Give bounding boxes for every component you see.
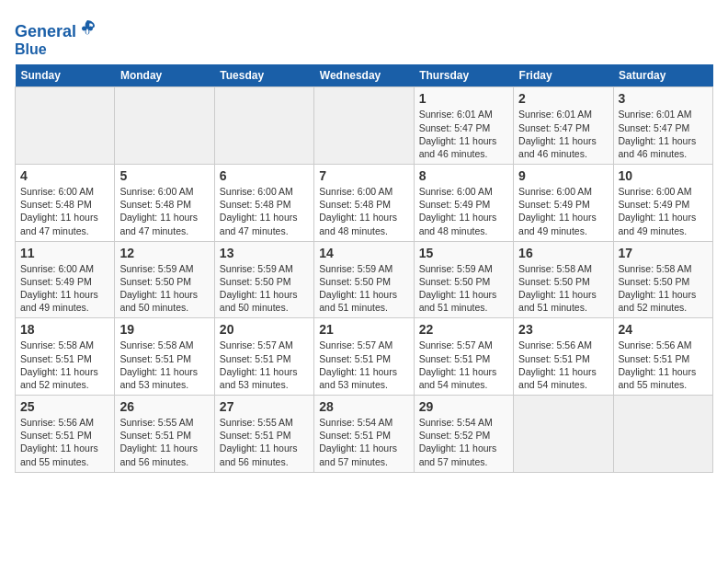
day-header-saturday: Saturday [613, 64, 712, 87]
calendar-cell: 28Sunrise: 5:54 AM Sunset: 5:51 PM Dayli… [314, 396, 414, 473]
calendar-cell: 27Sunrise: 5:55 AM Sunset: 5:51 PM Dayli… [214, 396, 313, 473]
day-info: Sunrise: 5:58 AM Sunset: 5:50 PM Dayligh… [619, 262, 708, 315]
day-number: 22 [419, 322, 508, 337]
calendar-cell: 9Sunrise: 6:00 AM Sunset: 5:49 PM Daylig… [514, 165, 613, 242]
day-info: Sunrise: 6:00 AM Sunset: 5:49 PM Dayligh… [619, 185, 708, 237]
day-info: Sunrise: 5:58 AM Sunset: 5:51 PM Dayligh… [20, 339, 109, 391]
day-number: 23 [518, 322, 608, 337]
calendar-cell [16, 87, 115, 165]
day-number: 28 [319, 399, 408, 414]
day-number: 24 [619, 322, 708, 337]
calendar-cell: 5Sunrise: 6:00 AM Sunset: 5:48 PM Daylig… [115, 165, 214, 242]
day-number: 20 [220, 322, 309, 337]
calendar-cell: 20Sunrise: 5:57 AM Sunset: 5:51 PM Dayli… [214, 318, 313, 396]
day-info: Sunrise: 5:55 AM Sunset: 5:51 PM Dayligh… [119, 416, 209, 468]
day-info: Sunrise: 5:57 AM Sunset: 5:51 PM Dayligh… [419, 339, 508, 391]
calendar-cell [115, 87, 214, 165]
calendar-week-2: 4Sunrise: 6:00 AM Sunset: 5:48 PM Daylig… [16, 165, 713, 242]
day-number: 18 [20, 322, 109, 337]
day-info: Sunrise: 5:59 AM Sunset: 5:50 PM Dayligh… [419, 262, 508, 315]
calendar-cell: 17Sunrise: 5:58 AM Sunset: 5:50 PM Dayli… [613, 241, 712, 318]
day-info: Sunrise: 6:01 AM Sunset: 5:47 PM Dayligh… [419, 108, 508, 160]
logo-general: General [15, 22, 76, 40]
calendar-cell [214, 87, 313, 165]
day-number: 13 [220, 246, 309, 260]
calendar-cell [613, 396, 712, 473]
day-info: Sunrise: 6:00 AM Sunset: 5:48 PM Dayligh… [20, 185, 109, 237]
calendar-cell: 8Sunrise: 6:00 AM Sunset: 5:49 PM Daylig… [414, 165, 513, 242]
day-info: Sunrise: 5:58 AM Sunset: 5:51 PM Dayligh… [119, 339, 209, 391]
calendar-cell: 13Sunrise: 5:59 AM Sunset: 5:50 PM Dayli… [214, 241, 313, 318]
calendar-cell: 3Sunrise: 6:01 AM Sunset: 5:47 PM Daylig… [613, 87, 712, 165]
day-number: 5 [119, 168, 209, 183]
day-info: Sunrise: 5:56 AM Sunset: 5:51 PM Dayligh… [518, 339, 608, 391]
day-number: 17 [619, 246, 708, 260]
calendar-cell: 23Sunrise: 5:56 AM Sunset: 5:51 PM Dayli… [514, 318, 613, 396]
calendar-cell: 22Sunrise: 5:57 AM Sunset: 5:51 PM Dayli… [414, 318, 513, 396]
day-number: 3 [619, 91, 708, 106]
day-info: Sunrise: 6:00 AM Sunset: 5:48 PM Dayligh… [119, 185, 209, 237]
calendar-header-row: SundayMondayTuesdayWednesdayThursdayFrid… [16, 64, 713, 87]
day-info: Sunrise: 5:57 AM Sunset: 5:51 PM Dayligh… [319, 339, 408, 391]
day-header-wednesday: Wednesday [314, 64, 414, 87]
calendar-week-5: 25Sunrise: 5:56 AM Sunset: 5:51 PM Dayli… [16, 396, 713, 473]
day-number: 4 [20, 168, 109, 183]
calendar-week-3: 11Sunrise: 6:00 AM Sunset: 5:49 PM Dayli… [16, 241, 713, 318]
day-number: 6 [220, 168, 309, 183]
day-info: Sunrise: 5:56 AM Sunset: 5:51 PM Dayligh… [20, 416, 109, 468]
day-number: 9 [518, 168, 608, 183]
day-info: Sunrise: 5:59 AM Sunset: 5:50 PM Dayligh… [319, 262, 408, 315]
day-number: 25 [20, 399, 109, 414]
calendar-cell: 24Sunrise: 5:56 AM Sunset: 5:51 PM Dayli… [613, 318, 712, 396]
calendar-cell [314, 87, 414, 165]
day-number: 19 [119, 322, 209, 337]
calendar-cell: 12Sunrise: 5:59 AM Sunset: 5:50 PM Dayli… [115, 241, 214, 318]
day-info: Sunrise: 5:55 AM Sunset: 5:51 PM Dayligh… [220, 416, 309, 468]
calendar-cell: 1Sunrise: 6:01 AM Sunset: 5:47 PM Daylig… [414, 87, 513, 165]
calendar-cell [514, 396, 613, 473]
day-number: 1 [419, 91, 508, 106]
day-number: 14 [319, 246, 408, 260]
calendar-cell: 10Sunrise: 6:00 AM Sunset: 5:49 PM Dayli… [613, 165, 712, 242]
day-info: Sunrise: 5:59 AM Sunset: 5:50 PM Dayligh… [119, 262, 209, 315]
calendar-cell: 26Sunrise: 5:55 AM Sunset: 5:51 PM Dayli… [115, 396, 214, 473]
day-info: Sunrise: 6:01 AM Sunset: 5:47 PM Dayligh… [619, 108, 708, 160]
day-header-friday: Friday [514, 64, 613, 87]
day-number: 2 [518, 91, 608, 106]
day-header-thursday: Thursday [414, 64, 513, 87]
calendar-cell: 15Sunrise: 5:59 AM Sunset: 5:50 PM Dayli… [414, 241, 513, 318]
day-header-sunday: Sunday [16, 64, 115, 87]
logo: General Blue [15, 18, 97, 57]
day-number: 21 [319, 322, 408, 337]
day-number: 16 [518, 246, 608, 260]
day-info: Sunrise: 5:54 AM Sunset: 5:51 PM Dayligh… [319, 416, 408, 468]
day-number: 27 [220, 399, 309, 414]
calendar-week-4: 18Sunrise: 5:58 AM Sunset: 5:51 PM Dayli… [16, 318, 713, 396]
day-number: 8 [419, 168, 508, 183]
calendar-week-1: 1Sunrise: 6:01 AM Sunset: 5:47 PM Daylig… [16, 87, 713, 165]
calendar-cell: 4Sunrise: 6:00 AM Sunset: 5:48 PM Daylig… [16, 165, 115, 242]
day-info: Sunrise: 5:56 AM Sunset: 5:51 PM Dayligh… [619, 339, 708, 391]
calendar-cell: 11Sunrise: 6:00 AM Sunset: 5:49 PM Dayli… [16, 241, 115, 318]
day-info: Sunrise: 6:00 AM Sunset: 5:48 PM Dayligh… [220, 185, 309, 237]
calendar-cell: 21Sunrise: 5:57 AM Sunset: 5:51 PM Dayli… [314, 318, 414, 396]
day-info: Sunrise: 6:00 AM Sunset: 5:49 PM Dayligh… [419, 185, 508, 237]
day-info: Sunrise: 6:01 AM Sunset: 5:47 PM Dayligh… [518, 108, 608, 160]
day-number: 29 [419, 399, 508, 414]
day-header-tuesday: Tuesday [214, 64, 313, 87]
day-number: 12 [119, 246, 209, 260]
calendar-cell: 18Sunrise: 5:58 AM Sunset: 5:51 PM Dayli… [16, 318, 115, 396]
day-number: 26 [119, 399, 209, 414]
calendar-cell: 7Sunrise: 6:00 AM Sunset: 5:48 PM Daylig… [314, 165, 414, 242]
day-number: 7 [319, 168, 408, 183]
day-info: Sunrise: 5:59 AM Sunset: 5:50 PM Dayligh… [220, 262, 309, 315]
day-info: Sunrise: 5:57 AM Sunset: 5:51 PM Dayligh… [220, 339, 309, 391]
day-info: Sunrise: 6:00 AM Sunset: 5:48 PM Dayligh… [319, 185, 408, 237]
calendar-cell: 6Sunrise: 6:00 AM Sunset: 5:48 PM Daylig… [214, 165, 313, 242]
day-number: 10 [619, 168, 708, 183]
calendar-cell: 14Sunrise: 5:59 AM Sunset: 5:50 PM Dayli… [314, 241, 414, 318]
day-info: Sunrise: 6:00 AM Sunset: 5:49 PM Dayligh… [518, 185, 608, 237]
calendar-body: 1Sunrise: 6:01 AM Sunset: 5:47 PM Daylig… [16, 87, 713, 472]
day-number: 15 [419, 246, 508, 260]
calendar-cell: 25Sunrise: 5:56 AM Sunset: 5:51 PM Dayli… [16, 396, 115, 473]
